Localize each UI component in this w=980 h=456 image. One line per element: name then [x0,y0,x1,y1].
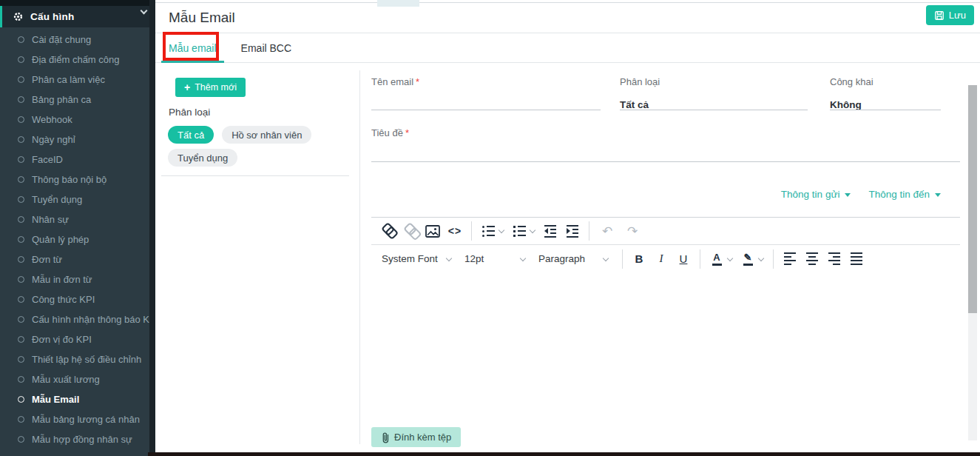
field-label: Tên email [371,76,413,87]
sidebar-item-cau-hinh-nhan-thong-bao-kpi[interactable]: Cấu hình nhận thông báo KPI [0,309,149,329]
sidebar-item-webhook[interactable]: Webhook [0,110,149,130]
sidebar-item-label: Tuyển dụng [32,194,82,205]
caret-down-icon [935,193,941,197]
toolbar-separator [471,221,472,241]
redo-icon: ↷ [627,225,638,238]
page-scrollbar-thumb[interactable] [968,85,977,313]
link-icon [379,221,397,240]
link-button[interactable] [377,221,399,241]
sidebar-item-mau-in-don-tu[interactable]: Mẫu in đơn từ [0,269,149,289]
category-filter-label: Phân loại [169,107,210,118]
sidebar-item-label: Thiết lập hệ số điều chỉnh [32,354,141,365]
tag-ho-so-nhan-vien[interactable]: Hồ sơ nhân viên [222,126,311,144]
sidebar-scrollbar[interactable] [149,0,155,456]
align-right-button[interactable] [823,249,845,269]
sidebar-item-label: Công thức KPI [32,294,95,305]
paragraph-style-select[interactable]: Paragraph [534,249,617,269]
add-new-label: Thêm mới [195,82,237,93]
sidebar-item-label: Quản lý phép [32,234,89,245]
phan-loai-select[interactable] [620,110,808,110]
sidebar-item-dia-diem-cham-cong[interactable]: Địa điểm chấm công [0,50,149,70]
main-area: Mẫu Email Lưu Mẫu email Email BCC + Thêm… [155,0,980,456]
sidebar-item-don-tu[interactable]: Đơn từ [0,249,149,269]
attach-file-button[interactable]: Đính kèm tệp [371,427,461,447]
tab-label: Mẫu email [169,42,217,54]
cong-khai-select[interactable] [830,110,941,110]
sidebar-item-thiet-lap-he-so-dieu-chinh[interactable]: Thiết lập hệ số điều chỉnh [0,349,149,369]
sidebar-item-nhan-su[interactable]: Nhân sự [0,209,149,229]
tab-mau-email[interactable]: Mẫu email [161,33,224,63]
indent-button[interactable] [561,221,584,241]
sidebar-item-quan-ly-phep[interactable]: Quản lý phép [0,229,149,249]
thong-tin-den-dropdown[interactable]: Thông tin đến [868,189,941,200]
numbered-list-button[interactable] [508,221,530,241]
tag-tuyen-dung[interactable]: Tuyển dụng [168,149,237,167]
bullet-list-button[interactable] [477,221,499,241]
sidebar-item-label: Thông báo nội bộ [32,174,107,185]
tab-email-bcc[interactable]: Email BCC [234,33,299,63]
undo-button[interactable]: ↶ [595,221,620,241]
unlink-button[interactable] [399,221,422,241]
insert-image-button[interactable] [422,221,444,241]
circle-icon [18,436,24,443]
circle-icon [18,176,24,183]
sidebar-item-thong-bao-noi-bo[interactable]: Thông báo nội bộ [0,170,149,190]
sidebar-item-cong-thuc-kpi[interactable]: Công thức KPI [0,289,149,309]
ten-email-input[interactable] [371,110,601,110]
page-scrollbar-track[interactable] [968,85,977,440]
sidebar-group-config[interactable]: Cấu hình [0,6,149,27]
align-left-button[interactable] [779,249,801,269]
sidebar-group-label: Cấu hình [30,11,74,22]
chevron-down-icon[interactable] [727,255,733,261]
sidebar-item-faceid[interactable]: FaceID [0,150,149,170]
toolbar-row-2: System Font 12pt Paragraph B [371,245,960,272]
circle-icon [18,156,24,163]
sidebar-item-label: Địa điểm chấm công [32,54,120,65]
sidebar-item-mau-hop-dong-nhan-su[interactable]: Mẫu hợp đồng nhân sự [0,429,149,449]
bold-button[interactable]: B [628,249,650,269]
sidebar-item-phan-ca-lam-viec[interactable]: Phân ca làm việc [0,70,149,90]
source-code-button[interactable]: <> [444,221,466,241]
circle-icon [18,236,24,243]
sidebar-item-bang-phan-ca[interactable]: Bảng phân ca [0,90,149,110]
sidebar-item-mau-email[interactable]: Mẫu Email [0,389,149,409]
sidebar-item-ngay-nghi[interactable]: Ngày nghỉ [0,130,149,150]
sidebar-item-label: Ngày nghỉ [32,134,75,145]
thong-tin-gui-dropdown[interactable]: Thông tin gửi [781,189,851,200]
redo-button[interactable]: ↷ [620,221,645,241]
outdent-button[interactable] [539,221,561,241]
chevron-down-icon[interactable] [758,255,764,261]
undo-icon: ↶ [602,225,612,238]
chevron-down-icon[interactable] [499,227,504,233]
editor-body[interactable] [371,272,960,415]
chevron-down-icon[interactable] [530,227,535,233]
attach-file-label: Đính kèm tệp [394,432,451,443]
align-center-button[interactable] [801,249,823,269]
cong-khai-value[interactable]: Không [830,99,941,110]
circle-icon [18,116,24,123]
add-new-button[interactable]: + Thêm mới [175,78,246,97]
sidebar-item-tuyen-dung[interactable]: Tuyển dụng [0,190,149,209]
phan-loai-value[interactable]: Tất cả [620,99,808,110]
italic-button[interactable]: I [650,249,672,269]
sidebar-item-mau-xuat-luong[interactable]: Mẫu xuất lương [0,369,149,389]
sidebar-item-mau-bang-luong-ca-nhan[interactable]: Mẫu bảng lương cá nhân [0,409,149,429]
sidebar-item-cai-dat-chung[interactable]: Cài đặt chung [0,30,149,50]
highlight-color-button[interactable]: ✎ [737,249,759,269]
highlight-pen-icon: ✎ [743,252,753,266]
align-justify-button[interactable] [845,249,868,269]
sidebar-item-don-vi-do-kpi[interactable]: Đơn vị đo KPI [0,329,149,349]
font-size-select[interactable]: 12pt [460,249,534,269]
tab-label: Email BCC [241,42,291,54]
tieu-de-input[interactable] [371,161,960,162]
align-justify-icon [851,252,862,265]
text-color-button[interactable]: A [706,249,728,269]
save-button[interactable]: Lưu [926,5,974,25]
toolbar-row-1: <> [371,218,960,245]
circle-icon [18,96,24,103]
panel-divider [161,175,349,176]
font-family-select[interactable]: System Font [377,249,460,269]
field-label: Công khai [830,76,941,87]
underline-button[interactable]: U [672,249,695,269]
tag-tat-ca[interactable]: Tất cả [168,126,214,144]
